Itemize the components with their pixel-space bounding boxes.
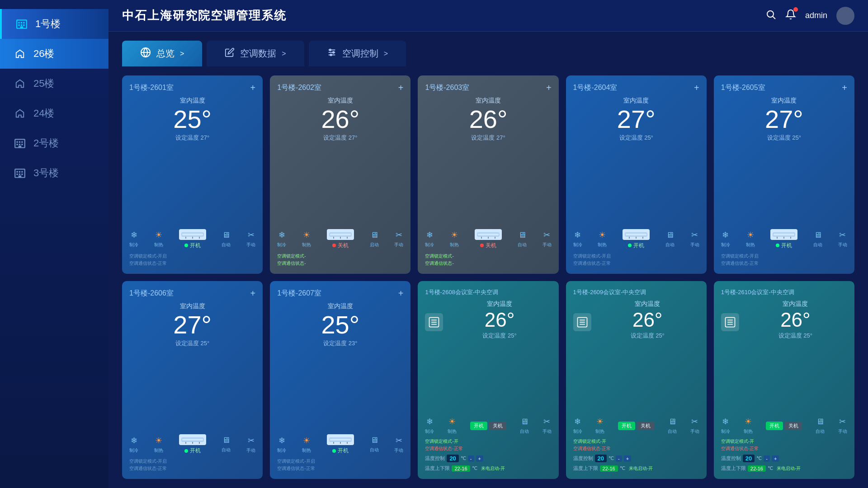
svg-rect-65 <box>330 439 351 441</box>
remote-start-2608: 来电启动-开 <box>481 465 505 472</box>
btn-on-2608[interactable]: 开机 <box>470 422 487 430</box>
sidebar-item-b26[interactable]: 26楼 <box>0 39 108 69</box>
tab-control[interactable]: 空调控制 > <box>309 41 406 66</box>
manual-group-2602: ✂ 手动 <box>394 230 403 248</box>
card-plus-2604[interactable]: + <box>694 83 699 93</box>
auto-label-2602: 启动 <box>370 242 379 248</box>
temp-down-2608[interactable]: - <box>468 455 474 462</box>
temp-value-2601: 25° <box>129 107 255 132</box>
btn-off-2608[interactable]: 关机 <box>489 422 506 430</box>
card-bottom-2609: 空调锁定模式-开 空调通信状态-正常 温度控制 20 ℃ - + 温度上下限 2… <box>573 438 699 472</box>
tab-control-label: 空调控制 <box>342 47 378 60</box>
card-plus-2601[interactable]: + <box>250 83 256 93</box>
temp-down-2609[interactable]: - <box>616 455 622 462</box>
card-title-2602: 1号楼-2602室 <box>277 83 321 93</box>
sidebar-item-b1[interactable]: 1号楼 <box>0 9 108 39</box>
room-card-2604: 1号楼-2604室 + 室内温度 27° 设定温度 25° ❄ 制冷 ☀ 制热 <box>566 75 707 274</box>
temp-ctrl-label-2609: 温度控制 <box>573 455 593 462</box>
temp-label-2609: 室内温度 <box>596 300 699 308</box>
status-dot-2605 <box>776 244 779 247</box>
search-icon[interactable] <box>765 9 776 23</box>
heat-icon-2601: ☀ <box>155 230 162 240</box>
card-bottom-2606: 空调锁定模式-开启 空调通信状态-正常 <box>129 458 255 472</box>
bell-icon[interactable] <box>785 11 796 22</box>
manual-icon-2607: ✂ <box>396 436 402 446</box>
lock-info-2602: 空调锁定模式- <box>277 253 403 259</box>
manual-group-2609: ✂ 手动 <box>690 417 699 435</box>
btn-off-2609[interactable]: 关机 <box>637 422 654 430</box>
building-icon <box>15 18 28 30</box>
temp-ctrl-2609: 温度控制 20 ℃ - + <box>573 455 699 462</box>
auto-group-2601: 🖥 自动 <box>222 230 231 248</box>
auto-label-2608: 自动 <box>520 428 529 435</box>
ac-icon-2604 <box>623 229 650 240</box>
auto-label-2605: 自动 <box>813 242 822 248</box>
card-header-2605: 1号楼-2605室 + <box>721 83 847 93</box>
cool-group-2601: ❄ 制冷 <box>129 230 138 248</box>
temp-label-2602: 室内温度 <box>277 97 403 105</box>
card-header-2601: 1号楼-2601室 + <box>129 83 255 93</box>
svg-rect-12 <box>16 144 18 145</box>
svg-rect-22 <box>21 174 23 175</box>
lock-text-2603: 空调锁定模式- <box>425 253 453 259</box>
tab-overview[interactable]: 总览 > <box>122 41 202 66</box>
tab-data[interactable]: 空调数据 > <box>207 41 304 66</box>
comm-info-2605: 空调通信状态-正常 <box>721 260 847 267</box>
status-dot-2601 <box>184 244 188 247</box>
central-header-2610: 室内温度 26° 设定温度 25° <box>721 300 847 344</box>
auto-icon-2608: 🖥 <box>520 417 528 427</box>
home-icon-26 <box>14 47 26 60</box>
sidebar-label-b3: 3号楼 <box>33 166 59 180</box>
cool-icon-2609: ❄ <box>574 417 581 427</box>
cool-group-2607: ❄ 制冷 <box>277 436 286 454</box>
temp-ctrl-2608: 温度控制 20 ℃ - + <box>425 455 551 462</box>
temp-up-2608[interactable]: + <box>476 455 483 462</box>
temp-value-2607: 25° <box>277 312 403 338</box>
ac-icon-2603 <box>475 229 502 240</box>
sidebar-item-b3[interactable]: 3号楼 <box>0 158 108 188</box>
card-plus-2605[interactable]: + <box>842 83 847 93</box>
range-label-2609: 温度上下限 <box>573 465 598 472</box>
manual-group-2601: ✂ 手动 <box>246 230 255 248</box>
btn-on-2609[interactable]: 开机 <box>618 422 635 430</box>
temp-up-2609[interactable]: + <box>624 455 631 462</box>
controls-2610: ❄ 制冷 ☀ 制热 开机 关机 🖥 自动 <box>721 417 847 435</box>
svg-rect-10 <box>19 141 20 143</box>
sidebar-item-b2[interactable]: 2号楼 <box>0 128 108 158</box>
range-unit-2610: ℃ <box>768 465 773 471</box>
svg-rect-20 <box>16 174 18 175</box>
btn-on-2610[interactable]: 开机 <box>766 422 783 430</box>
card-plus-2607[interactable]: + <box>398 288 404 299</box>
svg-rect-5 <box>21 24 22 26</box>
header-right: admin <box>765 7 854 25</box>
sidebar-item-b24[interactable]: 24楼 <box>0 99 108 128</box>
manual-icon-2605: ✂ <box>839 230 846 240</box>
lock-info-2601: 空调锁定模式-开启 <box>129 253 255 259</box>
temp-value-2602: 26° <box>277 107 403 132</box>
card-header-2604: 1号楼-2604室 + <box>573 83 699 93</box>
lock-info-2606: 空调锁定模式-开启 <box>129 458 255 465</box>
set-temp-2609: 设定温度 25° <box>596 332 699 340</box>
card-plus-2603[interactable]: + <box>546 83 552 93</box>
heat-group-2604: ☀ 制热 <box>598 230 607 248</box>
controls-2609: ❄ 制冷 ☀ 制热 开机 关机 🖥 自动 <box>573 417 699 435</box>
set-temp-2601: 设定温度 27° <box>129 134 255 142</box>
manual-group-2610: ✂ 手动 <box>838 417 847 435</box>
lock-text-2605: 空调锁定模式-开启 <box>721 253 759 259</box>
sidebar-item-b25[interactable]: 25楼 <box>0 69 108 99</box>
card-plus-2602[interactable]: + <box>398 83 404 93</box>
auto-group-2605: 🖥 自动 <box>813 230 822 248</box>
card-header-2607: 1号楼-2607室 + <box>277 288 403 299</box>
main-area: 中石上海研究院空调管理系统 admin <box>108 0 868 488</box>
manual-icon-2608: ✂ <box>543 417 550 427</box>
room-card-2609: 1号楼-2609会议室-中央空调 室内温度 26° 设定温度 25° <box>566 281 707 479</box>
temp-up-2610[interactable]: + <box>772 455 779 462</box>
temp-down-2610[interactable]: - <box>764 455 770 462</box>
manual-label-2603: 手动 <box>542 242 552 248</box>
card-plus-2606[interactable]: + <box>250 288 256 299</box>
temp-value-2610: 26° <box>744 310 847 330</box>
cool-icon-2608: ❄ <box>426 417 433 427</box>
btn-off-2610[interactable]: 关机 <box>785 422 802 430</box>
heat-icon-2604: ☀ <box>599 230 606 240</box>
status-text-2605: 开机 <box>781 242 792 249</box>
